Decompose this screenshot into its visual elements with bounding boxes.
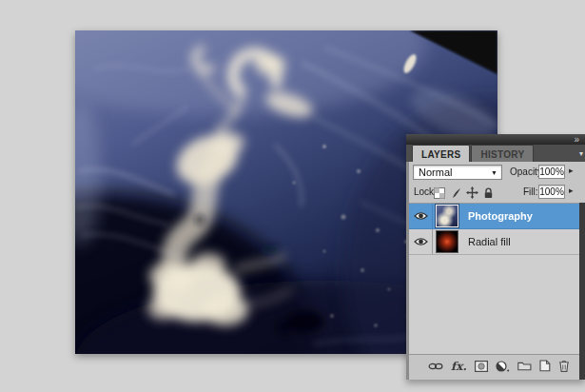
new-group-folder-icon[interactable] (517, 361, 532, 371)
blend-mode-value: Normal (419, 167, 452, 178)
lock-transparency-icon[interactable] (434, 187, 445, 199)
fill-label: Fill: (523, 186, 538, 197)
panel-right-gutter (579, 203, 585, 380)
adjustment-layer-icon[interactable] (496, 361, 510, 372)
layer-styles-fx-icon[interactable]: fx. (451, 361, 467, 372)
layer-thumbnail-radial-fill[interactable] (436, 230, 458, 253)
lock-all-padlock-icon[interactable] (483, 187, 494, 199)
link-layers-icon[interactable] (428, 362, 443, 371)
visibility-eye-icon[interactable] (409, 229, 433, 254)
layer-list: Photography Radial fill (409, 203, 585, 354)
fill-value-field[interactable]: 100% (538, 185, 565, 199)
tab-layers[interactable]: LAYERS (412, 145, 470, 162)
layer-thumbnail-photography[interactable] (436, 205, 458, 227)
layers-panel-toolbar: fx. (409, 354, 585, 377)
lock-position-move-icon[interactable] (466, 186, 478, 199)
fill-slider-arrow-icon[interactable]: ▸ (569, 186, 574, 195)
layer-row-photography[interactable]: Photography (409, 204, 585, 229)
add-layer-mask-icon[interactable] (475, 361, 488, 372)
collapse-panel-icon[interactable]: » (574, 134, 578, 145)
delete-layer-trash-icon[interactable] (558, 360, 570, 372)
opacity-value-field[interactable]: 100% (538, 165, 565, 179)
tab-history[interactable]: HISTORY (471, 145, 534, 162)
lock-pixels-brush-icon[interactable] (450, 187, 461, 199)
layer-row-radial-fill[interactable]: Radial fill (409, 229, 585, 255)
lock-fill-row: Lock: Fill: 100% ▸ (409, 183, 585, 203)
photoshop-workspace: » LAYERS HISTORY ▾ Normal ▼ Opacity: 100… (0, 0, 585, 392)
panel-titlebar[interactable]: » (406, 134, 585, 145)
layers-panel: » LAYERS HISTORY ▾ Normal ▼ Opacity: 100… (406, 134, 585, 380)
chevron-down-icon: ▼ (491, 169, 497, 176)
blend-opacity-row: Normal ▼ Opacity: 100% ▸ (409, 162, 585, 183)
layer-name: Radial fill (468, 229, 511, 254)
blend-mode-select[interactable]: Normal ▼ (413, 165, 502, 180)
panel-tab-strip: LAYERS HISTORY ▾ (406, 145, 585, 162)
opacity-slider-arrow-icon[interactable]: ▸ (569, 166, 574, 175)
panel-menu-icon[interactable]: ▾ (579, 149, 583, 158)
new-layer-icon[interactable] (539, 360, 551, 372)
layer-name: Photography (468, 204, 533, 228)
visibility-eye-icon[interactable] (409, 204, 433, 228)
